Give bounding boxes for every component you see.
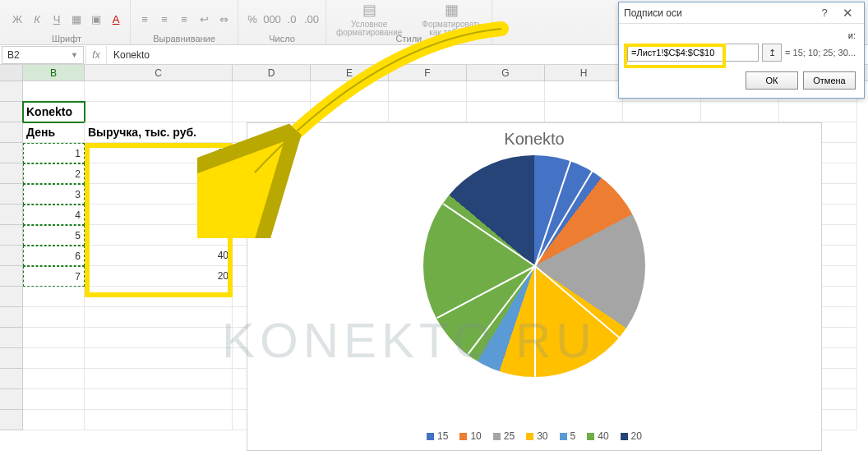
italic-icon[interactable]: К — [30, 11, 44, 26]
dialog-field-label: и: — [627, 30, 856, 40]
chevron-down-icon: ▼ — [71, 51, 78, 59]
legend-swatch — [493, 433, 501, 440]
name-box[interactable]: B2 ▼ — [2, 46, 84, 64]
legend-item: 40 — [587, 430, 608, 442]
align-mid-icon[interactable]: ≡ — [157, 11, 172, 26]
cond-format-icon: ▤ — [362, 1, 376, 19]
legend-item: 20 — [621, 430, 642, 442]
select-all-corner[interactable] — [0, 65, 23, 80]
col-header[interactable]: G — [467, 65, 545, 80]
cancel-button[interactable]: Отмена — [803, 71, 856, 90]
legend-label: 20 — [631, 430, 642, 442]
legend-swatch — [459, 433, 467, 440]
legend-item: 10 — [459, 430, 481, 442]
legend-label: 40 — [598, 430, 608, 442]
legend-item: 15 — [427, 430, 448, 442]
font-color-icon[interactable]: А — [108, 11, 123, 26]
legend-label: 25 — [504, 430, 515, 442]
conditional-format-button[interactable]: ▤ Условное форматирование — [333, 1, 405, 38]
ribbon-group-label: Стили — [396, 32, 422, 44]
inc-dec-icon[interactable]: .0 — [284, 11, 299, 26]
collapse-dialog-icon[interactable]: ↥ — [762, 44, 782, 62]
cell-day[interactable]: 6 — [23, 246, 85, 266]
cell-day[interactable]: 2 — [23, 163, 85, 184]
cell-rev[interactable]: 5 — [85, 225, 233, 246]
legend-label: 30 — [537, 430, 547, 442]
format-as-table-button[interactable]: ▦ Форматировать как таблицу — [418, 1, 485, 38]
fill-color-icon[interactable]: ▣ — [89, 11, 104, 26]
legend-swatch — [526, 433, 533, 440]
dialog-titlebar[interactable]: Подписи оси ? ✕ — [619, 2, 864, 24]
axis-labels-dialog: Подписи оси ? ✕ и: ↥ = 15; 10; 25; 30...… — [618, 2, 865, 99]
ok-button[interactable]: ОК — [746, 71, 798, 90]
axis-range-input[interactable] — [627, 44, 759, 62]
ribbon-group-label: Выравнивание — [153, 32, 215, 44]
merge-icon[interactable]: ⇔ — [216, 11, 231, 26]
cell-day[interactable]: 4 — [23, 205, 85, 225]
name-box-value: B2 — [7, 49, 20, 61]
legend-label: 15 — [437, 430, 448, 442]
legend-swatch — [560, 433, 567, 440]
legend-item: 5 — [560, 430, 576, 442]
bold-icon[interactable]: Ж — [10, 11, 25, 26]
cell-header-day[interactable]: День — [23, 122, 85, 143]
comma-icon[interactable]: 000 — [265, 11, 279, 26]
legend-label: 5 — [570, 430, 576, 442]
cell-day[interactable]: 3 — [23, 184, 85, 205]
legend-swatch — [621, 433, 628, 440]
wrap-icon[interactable]: ↩ — [196, 11, 211, 26]
ribbon-group-styles: ▤ Условное форматирование ▦ Форматироват… — [326, 0, 492, 44]
legend-item: 30 — [526, 430, 547, 442]
ribbon-group-label: Шрифт — [52, 32, 81, 44]
dec-dec-icon[interactable]: .00 — [304, 11, 319, 26]
col-header[interactable]: D — [233, 65, 311, 80]
ribbon-group-align: ≡ ≡ ≡ ↩ ⇔ Выравнивание — [131, 0, 238, 44]
border-icon[interactable]: ▦ — [69, 11, 84, 26]
align-top-icon[interactable]: ≡ — [137, 11, 152, 26]
percent-icon[interactable]: % — [245, 11, 260, 26]
cell-rev[interactable]: 40 — [85, 246, 233, 266]
cell-day[interactable]: 1 — [23, 143, 85, 163]
help-button[interactable]: ? — [813, 5, 836, 21]
cell-rev[interactable]: 10 — [85, 163, 233, 184]
legend-item: 25 — [493, 430, 515, 442]
col-header[interactable]: E — [311, 65, 389, 80]
cell-rev[interactable]: 15 — [85, 143, 233, 163]
ribbon-group-font: Ж К Ч ▦ ▣ А Шрифт — [3, 0, 131, 44]
col-header[interactable]: C — [85, 65, 233, 80]
fx-icon[interactable]: fx — [85, 46, 107, 64]
cell-header-rev[interactable]: Выручка, тыс. руб. — [85, 122, 233, 143]
ribbon-group-label: Число — [269, 32, 295, 44]
col-header[interactable]: B — [23, 65, 85, 80]
legend-label: 10 — [470, 430, 481, 442]
col-header[interactable]: F — [389, 65, 467, 80]
align-bot-icon[interactable]: ≡ — [177, 11, 192, 26]
col-header[interactable]: H — [545, 65, 623, 80]
legend-swatch — [427, 433, 434, 440]
pie-chart[interactable]: Konekto 1510253054020 — [247, 122, 822, 451]
range-preview: = 15; 10; 25; 30... — [785, 48, 856, 57]
chart-title: Konekto — [247, 123, 821, 155]
chart-legend: 1510253054020 — [247, 430, 821, 442]
dialog-title-text: Подписи оси — [624, 7, 682, 19]
underline-icon[interactable]: Ч — [49, 11, 64, 26]
ribbon-group-number: % 000 .0 .00 Число — [238, 0, 326, 44]
cell-rev[interactable]: 30 — [85, 205, 233, 225]
cell-rev[interactable]: 25 — [85, 184, 233, 205]
cell-day[interactable]: 5 — [23, 225, 85, 246]
cell-title[interactable]: Konekto — [23, 102, 85, 122]
cell-day[interactable]: 7 — [23, 266, 85, 287]
legend-swatch — [587, 433, 594, 440]
cell-rev[interactable]: 20 — [85, 266, 233, 287]
close-button[interactable]: ✕ — [836, 5, 859, 21]
table-icon: ▦ — [445, 1, 459, 19]
spreadsheet-grid[interactable]: Konekto День Выручка, тыс. руб. 1 15 2 1… — [0, 81, 868, 455]
